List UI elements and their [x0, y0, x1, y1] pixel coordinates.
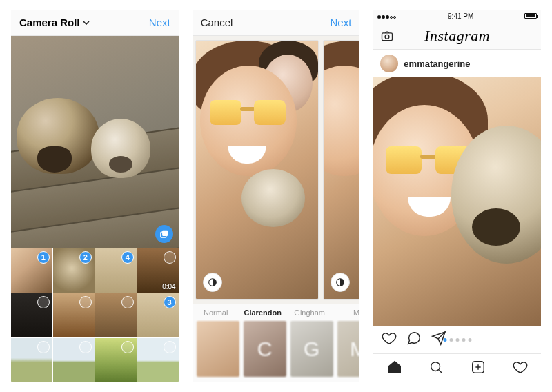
selection-badge-open: [79, 296, 92, 308]
filter-normal[interactable]: [197, 321, 239, 377]
thumb-7[interactable]: [95, 293, 137, 337]
next-button[interactable]: Next: [331, 17, 352, 28]
thumb-8[interactable]: 3: [137, 293, 179, 337]
selection-badge-open: [164, 341, 176, 353]
svg-point-5: [385, 35, 389, 39]
svg-rect-0: [162, 231, 168, 236]
filter-name-truncated: M: [333, 308, 360, 317]
tab-search[interactable]: [428, 360, 444, 378]
picker-preview[interactable]: [11, 36, 179, 248]
like-icon[interactable]: [382, 331, 397, 349]
chevron-down-icon: [83, 17, 90, 28]
signal-icon: [377, 12, 397, 20]
screen-filter-editor: Cancel Next Normal Cla: [193, 10, 360, 382]
status-bar: 9:41 PM: [373, 10, 541, 22]
camera-icon[interactable]: [380, 29, 394, 46]
thumb-2[interactable]: 2: [53, 248, 95, 293]
preview-subject-dog-large: [17, 98, 99, 174]
carousel-item-2[interactable]: [323, 40, 359, 300]
select-multiple-button[interactable]: [155, 225, 173, 243]
filter-thumbs: C G M: [193, 321, 360, 382]
tab-activity[interactable]: [513, 360, 528, 378]
comment-icon[interactable]: [406, 331, 422, 349]
svg-rect-4: [382, 33, 393, 41]
filter-name-normal: Normal: [193, 308, 239, 317]
filter-gingham[interactable]: G: [290, 321, 333, 377]
username[interactable]: emmatangerine: [404, 59, 470, 69]
lux-button[interactable]: [331, 273, 350, 292]
album-selector[interactable]: Camera Roll: [19, 17, 90, 28]
subject-puppy: [241, 169, 305, 227]
picker-navbar: Camera Roll Next: [11, 10, 179, 36]
selection-badge-open: [37, 296, 50, 308]
thumb-4[interactable]: 0:04: [137, 248, 179, 293]
video-duration: 0:04: [162, 283, 175, 291]
filter-clarendon[interactable]: C: [244, 321, 286, 377]
svg-point-6: [431, 362, 440, 371]
post-image[interactable]: [373, 77, 541, 326]
filter-name-clarendon: Clarendon: [239, 308, 286, 317]
thumb-9[interactable]: [11, 338, 52, 382]
selection-badge-open: [164, 251, 176, 264]
app-header: Instagram: [373, 22, 541, 50]
selection-badge-open: [79, 341, 92, 353]
lux-button[interactable]: [203, 273, 222, 292]
thumb-3[interactable]: 4: [95, 248, 137, 293]
selection-badge: 4: [121, 251, 134, 264]
thumb-11[interactable]: [95, 338, 137, 382]
selection-badge: 3: [164, 296, 176, 308]
post-header: emmatangerine: [373, 50, 541, 77]
editor-carousel[interactable]: [193, 36, 360, 304]
post-actions: [373, 326, 541, 353]
screen-photo-picker: Camera Roll Next 1 2 4 0:04 3: [11, 10, 179, 382]
selection-badge: 1: [37, 251, 50, 264]
selection-badge-open: [121, 341, 134, 353]
next-button[interactable]: Next: [149, 17, 170, 28]
filter-names: Normal Clarendon Gingham M: [193, 304, 360, 321]
thumb-5[interactable]: [11, 293, 52, 337]
battery-icon: [524, 13, 537, 19]
photo-grid: 1 2 4 0:04 3: [11, 248, 179, 382]
filter-name-gingham: Gingham: [286, 308, 333, 317]
filter-strip: Normal Clarendon Gingham M C G M: [193, 304, 360, 382]
selection-badge: 2: [79, 251, 92, 264]
tab-new-post[interactable]: [471, 360, 486, 378]
editor-navbar: Cancel Next: [193, 10, 360, 36]
screen-feed: 9:41 PM Instagram emmatangerine: [373, 10, 541, 382]
selection-badge-open: [37, 341, 50, 353]
cancel-button[interactable]: Cancel: [201, 17, 233, 28]
carousel-item-1[interactable]: [195, 40, 319, 300]
thumb-12[interactable]: [137, 338, 179, 382]
thumb-6[interactable]: [53, 293, 95, 337]
app-title: Instagram: [424, 27, 490, 45]
sunglasses-icon: [210, 100, 286, 126]
tab-home[interactable]: [387, 360, 402, 378]
preview-subject-dog-small: [91, 119, 150, 178]
avatar[interactable]: [380, 55, 398, 72]
carousel-pager: [443, 338, 471, 342]
thumb-1[interactable]: 1: [11, 248, 52, 293]
status-time: 9:41 PM: [448, 12, 473, 20]
thumb-10[interactable]: [53, 338, 95, 382]
filter-moon[interactable]: M: [337, 321, 360, 377]
selection-badge-open: [121, 296, 134, 308]
album-selector-label: Camera Roll: [19, 17, 80, 28]
tab-bar: [373, 353, 541, 382]
